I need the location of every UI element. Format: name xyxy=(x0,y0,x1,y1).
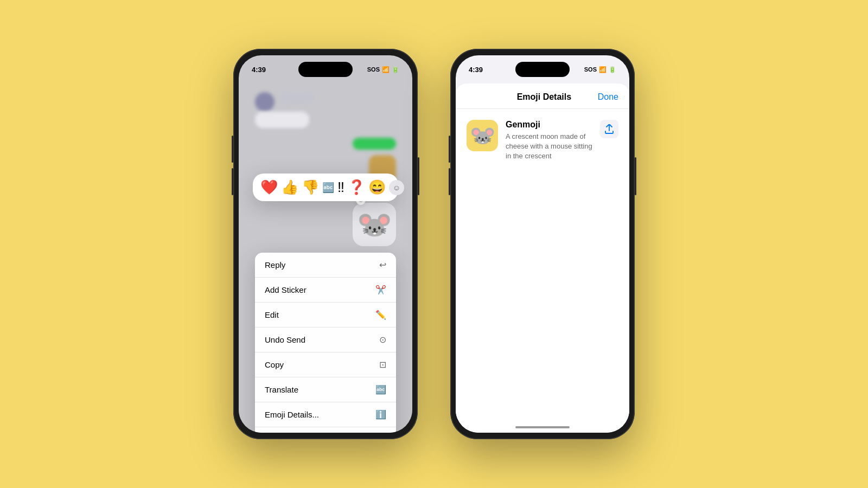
right-vol-up[interactable] xyxy=(449,136,450,163)
share-button[interactable] xyxy=(600,120,618,138)
genmoji-name: Genmoji xyxy=(506,120,592,130)
left-phone: 4:39 SOS 📶 🔋 ❤️ 👍 👎 🔤 ‼️ ❓ 😄 ☺ xyxy=(233,49,418,439)
battery-icon-left: 🔋 xyxy=(392,66,399,73)
reaction-picker[interactable]: ❤️ 👍 👎 🔤 ‼️ ❓ 😄 ☺ xyxy=(253,174,398,201)
genmoji-thumbnail: 🐭 xyxy=(467,120,498,151)
reaction-heart[interactable]: ❤️ xyxy=(260,179,278,196)
reaction-thumbsup[interactable]: 👍 xyxy=(281,179,298,196)
right-phone: 4:39 SOS 📶 🔋 Emoji Details Done 🐭 Genmoj… xyxy=(450,49,635,439)
sos-label-right: SOS xyxy=(584,66,597,73)
right-power-button[interactable] xyxy=(635,157,636,195)
edit-label: Edit xyxy=(265,310,279,319)
translate-icon: 🔤 xyxy=(375,384,386,395)
undo-send-label: Undo Send xyxy=(265,335,305,344)
copy-label: Copy xyxy=(265,360,284,369)
wifi-icon-left: 📶 xyxy=(382,66,390,73)
done-button[interactable]: Done xyxy=(598,92,618,102)
emoji-details-content: 🐭 Genmoji A crescent moon made of cheese… xyxy=(456,109,629,172)
right-dynamic-island xyxy=(515,62,570,77)
bg-bubble-green xyxy=(353,138,396,150)
undo-send-icon: ⊙ xyxy=(379,335,386,345)
menu-item-undo-send[interactable]: Undo Send ⊙ xyxy=(255,328,396,352)
menu-item-add-sticker[interactable]: Add Sticker ✂️ xyxy=(255,278,396,303)
status-icons-right: SOS 📶 🔋 xyxy=(584,66,616,73)
emoji-details-title: Emoji Details xyxy=(517,92,571,102)
reaction-ha[interactable]: 🔤 xyxy=(322,182,334,194)
status-time-left: 4:39 xyxy=(252,66,266,74)
reaction-add-button[interactable]: ☺ xyxy=(389,180,404,195)
volume-down-button[interactable] xyxy=(232,168,233,195)
bg-bubble-gray xyxy=(255,112,309,128)
battery-icon-right: 🔋 xyxy=(609,66,616,73)
add-sticker-label: Add Sticker xyxy=(265,285,307,294)
emoji-details-sheet: Emoji Details Done 🐭 Genmoji A crescent … xyxy=(456,84,629,433)
reaction-question[interactable]: ❓ xyxy=(348,179,365,196)
menu-item-more[interactable]: More... ⊕ xyxy=(255,427,396,433)
emoji-details-label: Emoji Details... xyxy=(265,410,319,419)
share-icon xyxy=(605,124,614,134)
copy-icon: ⊡ xyxy=(379,359,386,370)
volume-up-button[interactable] xyxy=(232,136,233,163)
genmoji-info: Genmoji A crescent moon made of cheese w… xyxy=(506,120,592,162)
context-menu: Reply ↩ Add Sticker ✂️ Edit ✏️ Undo Send… xyxy=(255,253,396,433)
menu-item-edit[interactable]: Edit ✏️ xyxy=(255,303,396,328)
reaction-laugh[interactable]: 😄 xyxy=(368,179,386,196)
left-screen: 4:39 SOS 📶 🔋 ❤️ 👍 👎 🔤 ‼️ ❓ 😄 ☺ xyxy=(239,55,412,433)
menu-item-translate[interactable]: Translate 🔤 xyxy=(255,377,396,402)
wifi-icon-right: 📶 xyxy=(599,66,607,73)
status-time-right: 4:39 xyxy=(469,66,483,74)
genmoji-bubble: 🐭 xyxy=(353,203,396,246)
edit-icon: ✏️ xyxy=(375,310,386,320)
bg-text xyxy=(281,92,314,104)
right-vol-down[interactable] xyxy=(449,168,450,195)
sos-label-left: SOS xyxy=(367,66,380,73)
reply-label: Reply xyxy=(265,260,285,269)
add-sticker-icon: ✂️ xyxy=(375,285,386,295)
smiley-add-icon: ☺ xyxy=(393,183,400,192)
status-icons-left: SOS 📶 🔋 xyxy=(367,66,399,73)
reply-icon: ↩ xyxy=(379,260,386,270)
genmoji-description: A crescent moon made of cheese with a mo… xyxy=(506,132,592,162)
reaction-thumbsdown[interactable]: 👎 xyxy=(302,179,319,196)
emoji-details-header: Emoji Details Done xyxy=(456,84,629,109)
translate-label: Translate xyxy=(265,385,298,394)
dynamic-island xyxy=(298,62,353,77)
menu-item-copy[interactable]: Copy ⊡ xyxy=(255,352,396,377)
menu-item-reply[interactable]: Reply ↩ xyxy=(255,253,396,278)
menu-item-emoji-details[interactable]: Emoji Details... ℹ️ xyxy=(255,402,396,427)
power-button[interactable] xyxy=(418,157,419,195)
emoji-details-icon: ℹ️ xyxy=(375,409,386,420)
right-screen: 4:39 SOS 📶 🔋 Emoji Details Done 🐭 Genmoj… xyxy=(456,55,629,433)
home-indicator-right xyxy=(515,426,570,428)
bg-avatar xyxy=(255,92,275,112)
reaction-exclaim[interactable]: ‼️ xyxy=(337,179,344,196)
